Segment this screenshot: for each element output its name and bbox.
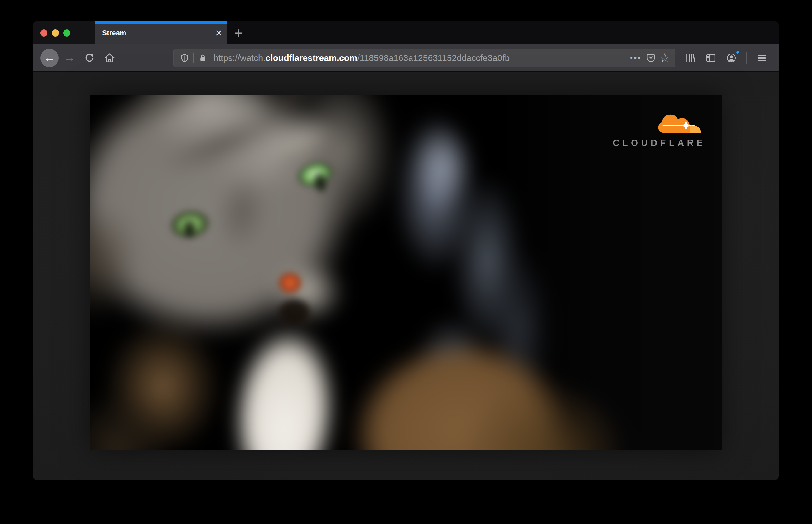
url-path: /118598a163a125631152ddaccfe3a0fb [357,53,510,63]
bookmark-star-icon[interactable]: ☆ [659,52,670,64]
tab-stream[interactable]: Stream × [95,21,227,45]
home-icon [103,52,116,64]
close-window-button[interactable] [40,30,47,36]
fullscreen-window-button[interactable] [63,30,70,36]
pocket-icon[interactable] [645,51,657,64]
reload-button[interactable] [80,49,99,67]
cat-mouth-shadow [270,293,318,332]
back-icon: ← [44,51,55,64]
tab-bar: Stream × + [33,21,779,45]
active-tab-indicator [95,21,227,23]
library-button[interactable] [681,49,699,67]
video-player[interactable]: CLOUDFLARE’ [90,95,722,451]
toolbar-divider [746,52,747,64]
url-input[interactable]: https://watch.cloudflarestream.com/11859… [213,53,627,63]
tab-strip-empty-area: + [227,21,779,45]
cloudflare-cloud-icon [658,111,705,135]
cat-nose [276,269,305,296]
account-icon [726,52,737,64]
desktop-background: Stream × + ← → [0,0,812,524]
url-host: cloudflarestream.com [265,53,357,63]
cloudflare-watermark: CLOUDFLARE’ [613,111,705,148]
new-tab-button[interactable]: + [234,26,243,40]
tab-title: Stream [102,29,215,37]
hamburger-menu-icon [756,52,767,64]
tracking-protection-shield-icon[interactable] [178,51,191,64]
browser-window: Stream × + ← → [33,21,779,480]
window-controls [33,21,95,45]
home-button[interactable] [100,49,119,67]
menu-button[interactable] [753,49,771,67]
toolbar-right-icons [681,49,771,67]
forward-icon: → [64,51,75,64]
cat-left-pupil [182,217,197,241]
account-notification-badge [735,50,740,54]
library-icon [684,52,696,64]
sidebar-toggle-button[interactable] [702,49,720,67]
account-button[interactable] [722,49,741,67]
minimize-window-button[interactable] [52,30,59,36]
navigation-toolbar: ← → [33,45,779,71]
forward-button[interactable]: → [60,49,79,67]
lock-icon[interactable] [196,51,209,64]
page-content: CLOUDFLARE’ [33,95,779,480]
trademark-tick: ’ [707,138,708,143]
page-actions-icon[interactable]: ••• [630,53,642,62]
url-bar[interactable]: https://watch.cloudflarestream.com/11859… [174,49,675,67]
url-bar-divider [193,53,194,63]
cloudflare-wordmark: CLOUDFLARE’ [613,138,708,148]
sidebar-icon [705,52,716,64]
tab-close-icon[interactable]: × [215,27,222,38]
reload-icon [84,52,95,64]
back-button[interactable]: ← [40,49,59,67]
url-scheme-subdomain: https://watch. [213,53,265,63]
